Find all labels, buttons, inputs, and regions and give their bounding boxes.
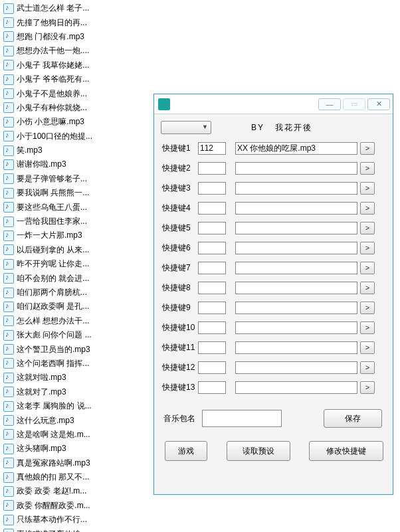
preset-combo[interactable] bbox=[161, 121, 211, 134]
file-item[interactable]: 这个问老西啊 指挥... bbox=[2, 357, 135, 371]
maximize-button[interactable]: ▭ bbox=[343, 98, 365, 110]
file-item[interactable]: 这就对了.mp3 bbox=[2, 385, 135, 399]
file-label: 以后碰到拿的 从来... bbox=[17, 244, 89, 256]
file-item[interactable]: 咱不会别的 就会进... bbox=[2, 271, 135, 285]
hotkey-key-input[interactable] bbox=[198, 142, 226, 155]
hotkey-key-input[interactable] bbox=[198, 222, 226, 234]
file-label: 真他娘的扣 那又不... bbox=[17, 472, 89, 483]
browse-button[interactable]: > bbox=[360, 142, 375, 155]
hotkey-path-input[interactable] bbox=[235, 182, 357, 195]
file-item[interactable]: 以后碰到拿的 从来... bbox=[2, 243, 135, 257]
hotkey-path-input[interactable] bbox=[235, 142, 357, 155]
hotkey-path-input[interactable] bbox=[235, 262, 357, 274]
file-item[interactable]: 一营给我围住李家... bbox=[2, 215, 135, 228]
file-item[interactable]: 这是啥啊 这是炮.m... bbox=[2, 428, 135, 442]
game-button[interactable]: 游戏 bbox=[165, 441, 207, 461]
file-item[interactable]: 谢谢你啦.mp3 bbox=[2, 157, 135, 171]
music-file-icon bbox=[3, 17, 14, 28]
browse-button[interactable]: > bbox=[360, 381, 375, 394]
file-item[interactable]: 小于100口径的炮提... bbox=[2, 130, 135, 143]
music-file-icon bbox=[3, 515, 14, 525]
file-item[interactable]: 小鬼子不是他娘养... bbox=[2, 86, 135, 100]
modify-hotkey-button[interactable]: 修改快捷键 bbox=[309, 441, 383, 461]
file-item[interactable]: 张大彪 问你个问题 ... bbox=[2, 328, 135, 342]
file-item[interactable]: 这就对啦.mp3 bbox=[2, 371, 135, 385]
browse-button[interactable]: > bbox=[360, 222, 375, 234]
file-item[interactable]: 政委 你醒醒政委.m... bbox=[2, 499, 135, 513]
music-file-icon bbox=[3, 288, 14, 298]
load-preset-button[interactable]: 读取预设 bbox=[227, 441, 290, 461]
file-item[interactable]: 小鬼子 爷爷临死有... bbox=[2, 72, 135, 86]
browse-button[interactable]: > bbox=[360, 361, 375, 374]
music-file-icon bbox=[3, 486, 14, 497]
hotkey-key-input[interactable] bbox=[198, 361, 226, 374]
hotkey-key-input[interactable] bbox=[198, 182, 226, 195]
file-item[interactable]: 小伤 小意思嘛.mp3 bbox=[2, 115, 135, 129]
file-item[interactable]: 要是子弹管够老子... bbox=[2, 172, 135, 186]
hotkey-key-input[interactable] bbox=[198, 162, 226, 175]
browse-button[interactable]: > bbox=[360, 341, 375, 354]
browse-button[interactable]: > bbox=[360, 321, 375, 334]
file-label: 小于100口径的炮提... bbox=[17, 131, 92, 142]
hotkey-row: 快捷键5> bbox=[161, 221, 386, 235]
browse-button[interactable]: > bbox=[360, 282, 375, 294]
file-item[interactable]: 武士道怎么样 老子... bbox=[2, 1, 135, 15]
file-item[interactable]: 要这些乌龟王八蛋... bbox=[2, 200, 135, 214]
file-item[interactable]: 咱们那两个肩膀杭... bbox=[2, 286, 135, 300]
hotkey-key-input[interactable] bbox=[198, 381, 226, 394]
file-label: 小鬼子 我草你姥姥... bbox=[17, 60, 89, 71]
browse-button[interactable]: > bbox=[360, 242, 375, 254]
file-item[interactable]: 小鬼子有种你就烧... bbox=[2, 101, 135, 115]
file-item[interactable]: 咱们赵政委啊 是孔... bbox=[2, 300, 135, 313]
hotkey-key-input[interactable] bbox=[198, 321, 226, 334]
hotkey-path-input[interactable] bbox=[235, 361, 357, 374]
music-file-icon bbox=[3, 529, 14, 532]
hotkey-path-input[interactable] bbox=[235, 222, 357, 234]
hotkey-key-input[interactable] bbox=[198, 262, 226, 274]
hotkey-key-input[interactable] bbox=[198, 341, 226, 354]
close-button[interactable]: ✕ bbox=[367, 98, 390, 110]
file-item[interactable]: 只练基本动作不行... bbox=[2, 513, 135, 527]
hotkey-path-input[interactable] bbox=[235, 282, 357, 294]
pack-name-input[interactable] bbox=[202, 410, 282, 427]
save-button[interactable]: 保存 bbox=[324, 409, 382, 428]
hotkey-path-input[interactable] bbox=[235, 302, 357, 314]
hotkey-path-input[interactable] bbox=[235, 162, 357, 175]
file-item[interactable]: 想跑 门都没有.mp3 bbox=[2, 30, 135, 44]
browse-button[interactable]: > bbox=[360, 162, 375, 175]
hotkey-path-input[interactable] bbox=[235, 381, 357, 394]
file-item[interactable]: 怎么样 想想办法干... bbox=[2, 314, 135, 328]
file-item[interactable]: 笑.mp3 bbox=[2, 143, 135, 157]
file-item[interactable]: 真他娘的扣 那又不... bbox=[2, 470, 135, 484]
file-item[interactable]: 要我说啊 兵熊熊一... bbox=[2, 186, 135, 200]
file-item[interactable]: 政委 政委 老赵!.m... bbox=[2, 484, 135, 498]
hotkey-path-input[interactable] bbox=[235, 341, 357, 354]
file-item[interactable]: 真是冤家路站啊.mp3 bbox=[2, 456, 135, 470]
hotkey-path-input[interactable] bbox=[235, 242, 357, 254]
music-file-icon bbox=[3, 330, 14, 341]
file-item[interactable]: 这头猪啊.mp3 bbox=[2, 442, 135, 456]
file-item[interactable]: 昨不开穷呢 让你走... bbox=[2, 257, 135, 271]
file-item[interactable]: 小鬼子 我草你姥姥... bbox=[2, 58, 135, 72]
browse-button[interactable]: > bbox=[360, 262, 375, 274]
browse-button[interactable]: > bbox=[360, 202, 375, 215]
file-item[interactable]: 一炸一大片那.mp3 bbox=[2, 228, 135, 242]
hotkey-path-input[interactable] bbox=[235, 321, 357, 334]
hotkey-key-input[interactable] bbox=[198, 202, 226, 215]
file-item[interactable]: 先撞了他狗日的再... bbox=[2, 15, 135, 29]
minimize-button[interactable]: — bbox=[318, 98, 341, 110]
hotkey-key-input[interactable] bbox=[198, 282, 226, 294]
browse-button[interactable]: > bbox=[360, 182, 375, 195]
file-item[interactable]: 想想办法干他一炮.... bbox=[2, 44, 135, 58]
music-file-icon bbox=[3, 302, 14, 312]
file-item[interactable]: 这个警卫员当的.mp3 bbox=[2, 342, 135, 356]
hotkey-key-input[interactable] bbox=[198, 242, 226, 254]
file-item[interactable]: 直接瞄准了轰他娘... bbox=[2, 527, 135, 532]
file-item[interactable]: 这老李 属狗脸的 说... bbox=[2, 399, 135, 413]
music-file-icon bbox=[3, 117, 14, 128]
hotkey-key-input[interactable] bbox=[198, 302, 226, 314]
browse-button[interactable]: > bbox=[360, 302, 375, 314]
pack-name-row: 音乐包名 保存 bbox=[161, 409, 386, 428]
hotkey-path-input[interactable] bbox=[235, 202, 357, 215]
file-item[interactable]: 这什么玩意.mp3 bbox=[2, 413, 135, 427]
